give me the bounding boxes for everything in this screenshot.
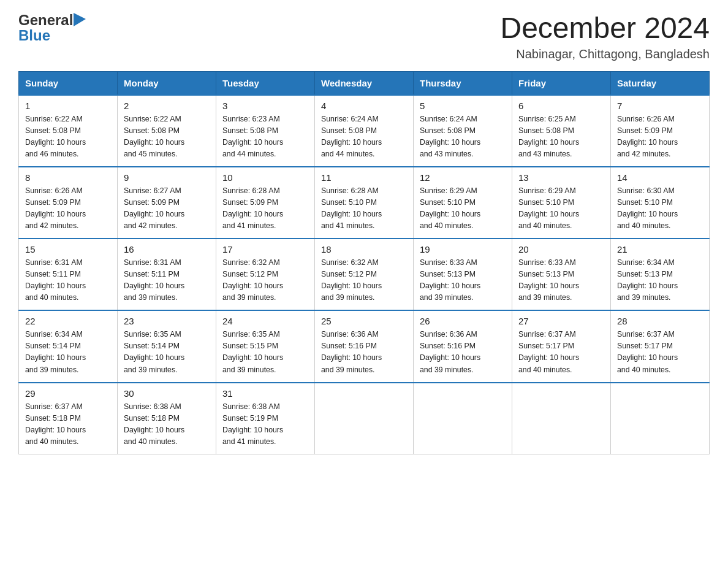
day-info: Sunrise: 6:37 AMSunset: 5:17 PMDaylight:… (617, 329, 703, 375)
calendar-cell: 17Sunrise: 6:32 AMSunset: 5:12 PMDayligh… (216, 239, 315, 310)
header-saturday: Saturday (611, 71, 710, 95)
logo-general: General (18, 12, 73, 28)
day-number: 23 (124, 316, 210, 326)
calendar-cell: 5Sunrise: 6:24 AMSunset: 5:08 PMDaylight… (414, 95, 512, 167)
day-number: 22 (25, 316, 111, 326)
day-info: Sunrise: 6:32 AMSunset: 5:12 PMDaylight:… (321, 257, 407, 304)
logo-blue: Blue (18, 27, 50, 44)
day-info: Sunrise: 6:22 AMSunset: 5:08 PMDaylight:… (124, 113, 210, 160)
day-number: 20 (518, 244, 604, 255)
day-info: Sunrise: 6:27 AMSunset: 5:09 PMDaylight:… (124, 185, 210, 232)
day-info: Sunrise: 6:29 AMSunset: 5:10 PMDaylight:… (420, 185, 506, 232)
calendar-cell: 29Sunrise: 6:37 AMSunset: 5:18 PMDayligh… (19, 383, 118, 454)
calendar-cell: 2Sunrise: 6:22 AMSunset: 5:08 PMDaylight… (118, 95, 216, 167)
day-info: Sunrise: 6:31 AMSunset: 5:11 PMDaylight:… (124, 257, 210, 304)
day-info: Sunrise: 6:23 AMSunset: 5:08 PMDaylight:… (222, 113, 308, 160)
header-monday: Monday (118, 71, 216, 95)
calendar-cell: 14Sunrise: 6:30 AMSunset: 5:10 PMDayligh… (611, 167, 710, 239)
day-number: 19 (420, 244, 506, 255)
day-number: 6 (518, 101, 604, 111)
day-info: Sunrise: 6:33 AMSunset: 5:13 PMDaylight:… (420, 257, 506, 304)
day-number: 12 (420, 172, 506, 183)
calendar-cell (611, 383, 710, 454)
week-row-2: 8Sunrise: 6:26 AMSunset: 5:09 PMDaylight… (19, 167, 710, 239)
day-number: 18 (321, 244, 407, 255)
calendar-cell: 15Sunrise: 6:31 AMSunset: 5:11 PMDayligh… (19, 239, 118, 310)
calendar-header-row: SundayMondayTuesdayWednesdayThursdayFrid… (19, 71, 710, 95)
header-thursday: Thursday (414, 71, 512, 95)
day-number: 17 (222, 244, 308, 255)
week-row-1: 1Sunrise: 6:22 AMSunset: 5:08 PMDaylight… (19, 95, 710, 167)
calendar-cell: 28Sunrise: 6:37 AMSunset: 5:17 PMDayligh… (611, 310, 710, 382)
day-number: 21 (617, 244, 703, 255)
day-number: 29 (25, 388, 111, 399)
day-info: Sunrise: 6:34 AMSunset: 5:14 PMDaylight:… (25, 329, 111, 375)
calendar-cell: 25Sunrise: 6:36 AMSunset: 5:16 PMDayligh… (315, 310, 414, 382)
day-info: Sunrise: 6:24 AMSunset: 5:08 PMDaylight:… (321, 113, 407, 160)
day-number: 8 (25, 172, 111, 183)
day-info: Sunrise: 6:26 AMSunset: 5:09 PMDaylight:… (25, 185, 111, 232)
calendar-cell: 19Sunrise: 6:33 AMSunset: 5:13 PMDayligh… (414, 239, 512, 310)
day-number: 30 (124, 388, 210, 399)
calendar-cell (512, 383, 611, 454)
day-number: 10 (222, 172, 308, 183)
header-wednesday: Wednesday (315, 71, 414, 95)
calendar-cell (414, 383, 512, 454)
calendar-cell: 22Sunrise: 6:34 AMSunset: 5:14 PMDayligh… (19, 310, 118, 382)
title-section: December 2024 Nabinagar, Chittagong, Ban… (500, 12, 710, 61)
calendar-cell: 4Sunrise: 6:24 AMSunset: 5:08 PMDaylight… (315, 95, 414, 167)
day-number: 1 (25, 101, 111, 111)
day-info: Sunrise: 6:38 AMSunset: 5:19 PMDaylight:… (222, 401, 308, 448)
day-number: 28 (617, 316, 703, 326)
day-info: Sunrise: 6:38 AMSunset: 5:18 PMDaylight:… (124, 401, 210, 448)
day-info: Sunrise: 6:33 AMSunset: 5:13 PMDaylight:… (518, 257, 604, 304)
location-subtitle: Nabinagar, Chittagong, Bangladesh (500, 47, 710, 61)
day-info: Sunrise: 6:34 AMSunset: 5:13 PMDaylight:… (617, 257, 703, 304)
day-info: Sunrise: 6:37 AMSunset: 5:18 PMDaylight:… (25, 401, 111, 448)
week-row-5: 29Sunrise: 6:37 AMSunset: 5:18 PMDayligh… (19, 383, 710, 454)
calendar-cell: 16Sunrise: 6:31 AMSunset: 5:11 PMDayligh… (118, 239, 216, 310)
calendar-cell: 27Sunrise: 6:37 AMSunset: 5:17 PMDayligh… (512, 310, 611, 382)
day-number: 27 (518, 316, 604, 326)
day-info: Sunrise: 6:26 AMSunset: 5:09 PMDaylight:… (617, 113, 703, 160)
calendar-cell: 18Sunrise: 6:32 AMSunset: 5:12 PMDayligh… (315, 239, 414, 310)
day-number: 13 (518, 172, 604, 183)
calendar-cell: 12Sunrise: 6:29 AMSunset: 5:10 PMDayligh… (414, 167, 512, 239)
day-info: Sunrise: 6:31 AMSunset: 5:11 PMDaylight:… (25, 257, 111, 304)
day-number: 11 (321, 172, 407, 183)
day-info: Sunrise: 6:36 AMSunset: 5:16 PMDaylight:… (420, 329, 506, 375)
calendar-cell: 3Sunrise: 6:23 AMSunset: 5:08 PMDaylight… (216, 95, 315, 167)
logo: General Blue (18, 12, 86, 44)
day-info: Sunrise: 6:29 AMSunset: 5:10 PMDaylight:… (518, 185, 604, 232)
day-info: Sunrise: 6:32 AMSunset: 5:12 PMDaylight:… (222, 257, 308, 304)
calendar-cell: 10Sunrise: 6:28 AMSunset: 5:09 PMDayligh… (216, 167, 315, 239)
calendar-cell: 11Sunrise: 6:28 AMSunset: 5:10 PMDayligh… (315, 167, 414, 239)
calendar-cell: 21Sunrise: 6:34 AMSunset: 5:13 PMDayligh… (611, 239, 710, 310)
week-row-3: 15Sunrise: 6:31 AMSunset: 5:11 PMDayligh… (19, 239, 710, 310)
day-number: 15 (25, 244, 111, 255)
calendar-cell: 9Sunrise: 6:27 AMSunset: 5:09 PMDaylight… (118, 167, 216, 239)
day-info: Sunrise: 6:28 AMSunset: 5:09 PMDaylight:… (222, 185, 308, 232)
day-number: 2 (124, 101, 210, 111)
calendar-cell: 23Sunrise: 6:35 AMSunset: 5:14 PMDayligh… (118, 310, 216, 382)
day-number: 24 (222, 316, 308, 326)
day-number: 25 (321, 316, 407, 326)
calendar-cell: 6Sunrise: 6:25 AMSunset: 5:08 PMDaylight… (512, 95, 611, 167)
calendar-table: SundayMondayTuesdayWednesdayThursdayFrid… (18, 71, 710, 454)
calendar-cell: 13Sunrise: 6:29 AMSunset: 5:10 PMDayligh… (512, 167, 611, 239)
day-number: 26 (420, 316, 506, 326)
day-info: Sunrise: 6:30 AMSunset: 5:10 PMDaylight:… (617, 185, 703, 232)
calendar-cell: 8Sunrise: 6:26 AMSunset: 5:09 PMDaylight… (19, 167, 118, 239)
day-info: Sunrise: 6:22 AMSunset: 5:08 PMDaylight:… (25, 113, 111, 160)
calendar-cell: 7Sunrise: 6:26 AMSunset: 5:09 PMDaylight… (611, 95, 710, 167)
day-info: Sunrise: 6:35 AMSunset: 5:14 PMDaylight:… (124, 329, 210, 375)
month-year-title: December 2024 (500, 12, 710, 45)
svg-marker-0 (74, 13, 86, 26)
calendar-cell: 26Sunrise: 6:36 AMSunset: 5:16 PMDayligh… (414, 310, 512, 382)
day-number: 7 (617, 101, 703, 111)
week-row-4: 22Sunrise: 6:34 AMSunset: 5:14 PMDayligh… (19, 310, 710, 382)
day-info: Sunrise: 6:36 AMSunset: 5:16 PMDaylight:… (321, 329, 407, 375)
calendar-cell: 30Sunrise: 6:38 AMSunset: 5:18 PMDayligh… (118, 383, 216, 454)
calendar-cell: 20Sunrise: 6:33 AMSunset: 5:13 PMDayligh… (512, 239, 611, 310)
calendar-cell: 24Sunrise: 6:35 AMSunset: 5:15 PMDayligh… (216, 310, 315, 382)
